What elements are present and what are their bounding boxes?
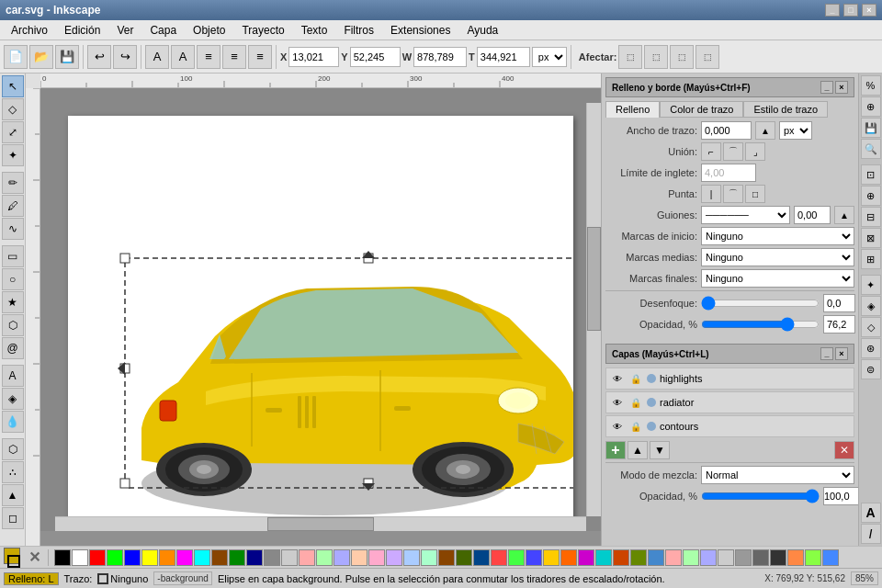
color-swatch[interactable] (630, 549, 647, 566)
gradient-tool[interactable]: ◈ (2, 388, 24, 410)
stroke-width-up[interactable]: ▲ (755, 121, 775, 140)
snap-btn9[interactable]: ⊞ (861, 249, 881, 269)
blur-slider[interactable] (701, 297, 820, 310)
align-right-button[interactable]: ≡ (248, 45, 272, 69)
color-swatch[interactable] (648, 549, 664, 566)
dropper-tool[interactable]: 💧 (2, 411, 24, 433)
layer-up-btn[interactable]: ▲ (628, 441, 648, 459)
start-mark-select[interactable]: Ninguno (701, 227, 854, 245)
color-swatch[interactable] (194, 549, 210, 566)
menu-texto[interactable]: Texto (294, 22, 335, 39)
color-swatch[interactable] (787, 549, 804, 566)
italic-icon[interactable]: I (861, 524, 881, 544)
dashes-select[interactable]: ────── - - - - · · · · (701, 206, 790, 224)
star-tool[interactable]: ★ (2, 291, 24, 313)
coord-w-input[interactable] (413, 47, 467, 67)
snap-btn14[interactable]: ⊜ (861, 359, 881, 379)
color-swatch[interactable] (72, 549, 88, 566)
color-swatch[interactable] (456, 549, 472, 566)
coord-x-input[interactable] (288, 47, 339, 67)
menu-ayuda[interactable]: Ayuda (459, 22, 505, 39)
color-swatch[interactable] (211, 549, 228, 566)
snap-btn7[interactable]: ⊟ (861, 207, 881, 227)
undo-button[interactable]: ↩ (87, 45, 111, 69)
coord-t-input[interactable] (477, 47, 530, 67)
color-swatch[interactable] (805, 549, 821, 566)
color-swatch[interactable] (334, 549, 350, 566)
align-left-button[interactable]: ≡ (197, 45, 220, 69)
layer-indicator[interactable]: -background (153, 571, 212, 585)
tab-relleno[interactable]: Relleno (605, 101, 660, 118)
paint-bucket-tool[interactable]: ▲ (2, 484, 24, 506)
color-swatch[interactable] (822, 549, 839, 566)
color-swatch[interactable] (54, 549, 71, 566)
color-swatch[interactable] (560, 549, 577, 566)
vertical-scrollbar[interactable] (586, 103, 601, 516)
layer-contours[interactable]: 👁 🔒 contours (605, 415, 854, 437)
ellipse-tool[interactable]: ○ (2, 268, 24, 290)
color-swatch[interactable] (491, 549, 507, 566)
color-swatch[interactable] (473, 549, 490, 566)
menu-ver[interactable]: Ver (109, 22, 141, 39)
layer-vis-radiator[interactable]: 👁 (610, 395, 625, 410)
color-swatch[interactable] (368, 549, 385, 566)
color-swatch[interactable] (159, 549, 175, 566)
zoom-tool[interactable]: ⤢ (2, 121, 24, 143)
color-swatch[interactable] (281, 549, 298, 566)
color-swatch[interactable] (351, 549, 368, 566)
stroke-unit-select[interactable]: px (779, 121, 812, 140)
color-swatch[interactable] (595, 549, 612, 566)
miter-input[interactable] (701, 164, 756, 182)
color-swatch[interactable] (89, 549, 106, 566)
snap-btn2[interactable]: ⊕ (861, 96, 881, 117)
layer-lock-radiator[interactable]: 🔒 (628, 395, 643, 410)
afectar-btn4[interactable]: ⬚ (695, 45, 719, 69)
layer-down-btn[interactable]: ▼ (650, 441, 670, 459)
unit-select[interactable]: px (532, 47, 567, 67)
color-swatch[interactable] (700, 549, 717, 566)
layers-opacity-input[interactable] (823, 487, 858, 505)
stroke-width-input[interactable] (701, 121, 752, 140)
zoom-in-button[interactable]: A (145, 45, 169, 69)
rect-tool[interactable]: ▭ (2, 245, 24, 267)
zoom-out-button[interactable]: A (171, 45, 195, 69)
calligraphy-tool[interactable]: ∿ (2, 218, 24, 240)
color-swatch[interactable] (665, 549, 682, 566)
layer-lock-contours[interactable]: 🔒 (628, 419, 643, 434)
snap-btn1[interactable]: % (861, 75, 881, 96)
delete-layer-btn[interactable]: ✕ (834, 441, 854, 459)
measure-tool[interactable]: ✦ (2, 144, 24, 166)
color-swatch[interactable] (229, 549, 245, 566)
menu-filtros[interactable]: Filtros (336, 22, 381, 39)
snap-btn13[interactable]: ⊛ (861, 338, 881, 358)
dashes-up[interactable]: ▲ (834, 206, 854, 224)
text-tool[interactable]: A (2, 365, 24, 387)
color-swatch[interactable] (316, 549, 333, 566)
pen-tool[interactable]: 🖊 (2, 195, 24, 217)
color-swatch[interactable] (543, 549, 560, 566)
fill-panel-minimize[interactable]: _ (820, 81, 833, 94)
color-swatch[interactable] (141, 549, 158, 566)
afectar-btn1[interactable]: ⬚ (618, 45, 642, 69)
connector-tool[interactable]: ⬡ (2, 438, 24, 460)
canvas-area[interactable]: 0 100 200 300 400 (26, 74, 601, 546)
afectar-btn2[interactable]: ⬚ (644, 45, 668, 69)
snap-btn5[interactable]: ⊡ (861, 164, 881, 185)
open-button[interactable]: 📂 (29, 45, 53, 69)
color-swatch[interactable] (735, 549, 752, 566)
tip-square[interactable]: □ (745, 185, 765, 203)
drawing-canvas[interactable] (40, 88, 601, 531)
minimize-button[interactable]: _ (825, 4, 840, 17)
layer-vis-contours[interactable]: 👁 (610, 419, 625, 434)
layers-opacity-slider[interactable] (701, 490, 820, 503)
menu-edicion[interactable]: Edición (57, 22, 107, 39)
eraser-tool[interactable]: ◻ (2, 507, 24, 529)
menu-objeto[interactable]: Objeto (186, 22, 232, 39)
node-tool[interactable]: ◇ (2, 98, 24, 120)
union-round[interactable]: ⌒ (723, 142, 743, 161)
menu-extensiones[interactable]: Extensiones (383, 22, 458, 39)
align-center-button[interactable]: ≡ (222, 45, 246, 69)
add-layer-btn[interactable]: + (605, 441, 626, 459)
color-swatch[interactable] (107, 549, 123, 566)
dashes-offset[interactable] (794, 206, 831, 224)
